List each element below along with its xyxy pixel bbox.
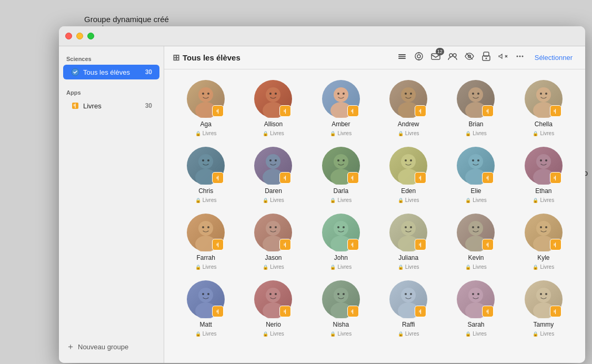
svg-point-44 — [410, 93, 412, 95]
svg-point-79 — [405, 159, 407, 161]
svg-point-143 — [334, 288, 348, 302]
svg-point-164 — [545, 293, 547, 295]
student-card[interactable]: Jason 🔒 Livres — [242, 214, 304, 270]
avatar-wrap — [322, 80, 360, 118]
student-name: Kevin — [468, 254, 484, 261]
avatar-wrap — [187, 214, 225, 251]
visibility-button[interactable] — [463, 50, 476, 65]
student-card[interactable]: Sarah 🔒 Livres — [445, 280, 507, 337]
group-button[interactable] — [446, 50, 459, 65]
lock-icon: 🔒 — [465, 265, 471, 270]
avatar-wrap — [457, 280, 495, 318]
svg-point-107 — [334, 221, 348, 236]
svg-point-68 — [275, 159, 277, 161]
student-card[interactable]: Kyle 🔒 Livres — [513, 214, 575, 270]
student-app: 🔒 Livres — [533, 197, 554, 203]
svg-point-155 — [468, 288, 483, 302]
svg-point-86 — [477, 159, 479, 161]
student-app: 🔒 Livres — [263, 331, 284, 337]
svg-point-145 — [337, 293, 339, 295]
svg-rect-2 — [398, 54, 406, 55]
app-badge — [550, 306, 561, 317]
lock-icon: 🔒 — [263, 265, 268, 270]
mute-button[interactable] — [497, 50, 509, 65]
sidebar-item-tous-les-eleves[interactable]: Tous les élèves 30 — [63, 65, 159, 79]
student-card[interactable]: Raffi 🔒 Livres — [377, 280, 439, 337]
app-badge — [482, 172, 494, 184]
student-card[interactable]: John 🔒 Livres — [310, 214, 372, 270]
svg-point-97 — [202, 226, 204, 228]
lock-app-button[interactable] — [480, 50, 493, 65]
layers-button[interactable] — [396, 50, 408, 65]
more-button[interactable] — [514, 50, 526, 65]
student-card[interactable]: Kevin 🔒 Livres — [445, 214, 507, 270]
student-card[interactable]: Aga 🔒 Livres — [175, 80, 237, 136]
student-name: Elie — [470, 187, 481, 195]
svg-point-158 — [477, 293, 479, 295]
app-badge — [550, 105, 561, 117]
lock-icon: 🔒 — [195, 331, 201, 337]
maximize-button[interactable] — [87, 33, 94, 39]
student-card[interactable]: Brian 🔒 Livres — [445, 80, 507, 136]
select-button[interactable]: Sélectionner — [530, 52, 577, 64]
student-card[interactable]: Andrew 🔒 Livres — [377, 80, 439, 136]
student-card[interactable]: Farrah 🔒 Livres — [175, 214, 237, 270]
student-card[interactable]: Tammy 🔒 Livres — [513, 280, 575, 337]
app-name: Livres — [405, 264, 419, 270]
svg-point-56 — [545, 93, 547, 95]
new-group-button[interactable]: ＋ Nouveau groupe — [59, 337, 164, 357]
close-button[interactable] — [65, 33, 72, 39]
student-card[interactable]: Amber 🔒 Livres — [310, 80, 372, 136]
avatar-wrap — [457, 80, 495, 118]
student-card[interactable]: Daren 🔒 Livres — [242, 147, 304, 203]
svg-point-149 — [401, 288, 416, 302]
app-name: Livres — [203, 197, 217, 203]
avatar-wrap — [254, 214, 292, 251]
student-name: Eden — [401, 187, 416, 195]
svg-point-26 — [207, 93, 209, 95]
student-app: 🔒 Livres — [533, 130, 554, 136]
svg-point-119 — [468, 221, 483, 236]
student-card[interactable]: Matt 🔒 Livres — [175, 280, 237, 337]
svg-point-163 — [540, 293, 542, 295]
email-button[interactable]: 12 — [429, 50, 442, 65]
svg-point-98 — [207, 226, 209, 228]
lock-icon: 🔒 — [465, 331, 471, 337]
student-app: 🔒 Livres — [398, 331, 419, 337]
student-card[interactable]: Darla 🔒 Livres — [310, 147, 372, 203]
app-name: Livres — [540, 264, 554, 270]
students-grid: Aga 🔒 Livres — [164, 69, 585, 363]
app-name: Livres — [540, 130, 554, 136]
avatar-wrap — [322, 214, 360, 251]
svg-point-67 — [269, 159, 272, 161]
student-card[interactable]: Ethan 🔒 Livres — [513, 147, 575, 203]
minimize-button[interactable] — [76, 33, 83, 39]
svg-point-110 — [343, 226, 345, 228]
svg-point-127 — [540, 226, 542, 228]
target-button[interactable] — [413, 50, 425, 65]
student-card[interactable]: Nerio 🔒 Livres — [242, 280, 304, 337]
svg-point-115 — [405, 226, 407, 228]
svg-point-50 — [477, 93, 479, 95]
app-name: Livres — [473, 331, 487, 337]
app-badge — [279, 172, 291, 184]
svg-rect-4 — [398, 58, 406, 59]
toolbar-title-text: Tous les élèves — [183, 53, 240, 62]
student-card[interactable]: Eden 🔒 Livres — [377, 147, 439, 203]
toolbar-actions: 12 — [396, 50, 577, 65]
apps-section-label: Apps — [59, 86, 164, 98]
tous-les-eleves-label: Tous les élèves — [83, 68, 130, 76]
student-app: 🔒 Livres — [195, 197, 217, 203]
svg-point-151 — [405, 293, 407, 295]
student-card[interactable]: Elie 🔒 Livres — [445, 147, 507, 203]
student-card[interactable]: Allison 🔒 Livres — [242, 80, 304, 136]
student-card[interactable]: Nisha 🔒 Livres — [310, 280, 372, 337]
student-card[interactable]: Chella 🔒 Livres — [513, 80, 575, 136]
student-name: Nisha — [333, 321, 349, 328]
student-name: Darla — [333, 187, 348, 195]
student-card[interactable]: Chris 🔒 Livres — [175, 147, 237, 203]
student-card[interactable]: Juliana 🔒 Livres — [377, 214, 439, 270]
svg-point-20 — [519, 56, 520, 57]
sidebar-item-livres[interactable]: Livres 30 — [63, 98, 159, 113]
lock-icon: 🔒 — [263, 198, 268, 203]
